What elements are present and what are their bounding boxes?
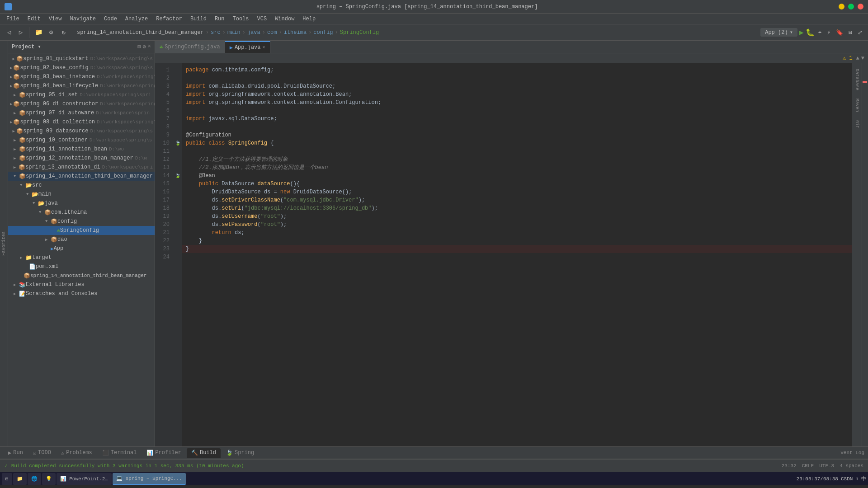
profile-button[interactable]: ⚡ [825, 28, 832, 37]
close-button[interactable] [858, 4, 863, 9]
project-panel-toggle[interactable]: 📁 [33, 27, 44, 38]
status-encoding[interactable]: UTF-3 [819, 463, 834, 469]
tree-arrow-spring14[interactable]: ▼ [14, 174, 18, 178]
sync-button[interactable]: ↻ [58, 27, 69, 38]
tree-arrow-spring13[interactable]: ▶ [14, 165, 18, 170]
taskbar-spring-active[interactable]: 💻 spring – SpringC... [113, 473, 186, 485]
bottom-tab-run[interactable]: ▶ Run [4, 448, 28, 458]
tree-arrow-src[interactable]: ▼ [20, 183, 24, 188]
tree-arrow-main[interactable]: ▼ [26, 192, 31, 197]
breadcrumb-com[interactable]: com [267, 29, 277, 36]
tree-item-spring14[interactable]: ▼ 📦 spring_14_annotation_third_bean_mana… [8, 172, 155, 181]
maven-tab[interactable]: Maven [854, 95, 860, 116]
tree-arrow-config[interactable]: ▼ [45, 219, 50, 224]
tree-item-spring11[interactable]: ▶ 📦 spring_11_annotation_bean D:\wo [8, 145, 155, 154]
tab-app[interactable]: ▶ App.java × [225, 41, 270, 53]
git-tab[interactable]: Git [854, 117, 860, 132]
gutter-icon-line10[interactable]: 🍃 [173, 139, 182, 147]
menu-navigate[interactable]: Navigate [66, 15, 99, 23]
taskbar-lang[interactable]: 中 [861, 475, 866, 482]
tree-arrow-spring07[interactable]: ▶ [14, 111, 18, 116]
tree-item-spring04[interactable]: ▶ 📦 spring_04_bean_lifecycle D:\workspac… [8, 81, 155, 90]
split-button[interactable]: ⊟ [847, 28, 854, 37]
tree-item-spring13[interactable]: ▶ 📦 spring_13_annotation_di D:\workspace… [8, 163, 155, 172]
menu-run[interactable]: Run [211, 15, 228, 23]
maximize-button[interactable] [848, 4, 854, 9]
tree-arrow-java[interactable]: ▼ [33, 201, 37, 206]
tab-springconfig[interactable]: ☘ SpringConfig.java [155, 41, 225, 53]
tree-arrow-spring08[interactable]: ▶ [10, 120, 12, 125]
tree-item-spring08[interactable]: ▶ 📦 spring_08_di_collection D:\workspace… [8, 117, 155, 127]
coverage-button[interactable]: ☂ [816, 28, 824, 37]
tree-item-spring02[interactable]: ▶ 📦 spring_02_base_config D:\workspace\s… [8, 63, 155, 72]
bottom-tab-terminal[interactable]: ⬛ Terminal [98, 448, 142, 458]
back-button[interactable]: ◁ [4, 27, 14, 38]
status-position[interactable]: 23:32 [782, 463, 797, 469]
menu-help[interactable]: Help [299, 15, 319, 23]
tree-arrow-com-itheima[interactable]: ▼ [39, 210, 43, 215]
breadcrumb-module[interactable]: spring_14_annotation_third_bean_manager [77, 29, 204, 36]
favorites-label[interactable]: Favorites [1, 231, 6, 256]
gutter-icon-line14[interactable]: 🍃 [173, 172, 182, 180]
breadcrumb-file[interactable]: SpringConfig [340, 29, 379, 36]
tree-arrow-spring01[interactable]: ▶ [12, 56, 15, 61]
tree-arrow-ext[interactable]: ▶ [14, 282, 18, 287]
alert-nav-down[interactable]: ▼ [861, 55, 864, 61]
bottom-tab-build[interactable]: 🔨 Build [187, 448, 221, 458]
settings-button[interactable]: ⚙ [46, 27, 57, 38]
database-tab[interactable]: Database [854, 65, 860, 94]
taskbar-csdn[interactable]: CSDN [841, 476, 853, 482]
code-area[interactable]: package com.itheima.config; import com.a… [182, 63, 852, 446]
tree-item-external-libraries[interactable]: ▶ 📚 External Libraries [8, 280, 155, 289]
alert-nav-up[interactable]: ▲ [856, 55, 859, 61]
tree-arrow-dao[interactable]: ▶ [45, 237, 50, 242]
close-panel-icon[interactable]: × [148, 43, 151, 50]
breadcrumb-itheima[interactable]: itheima [284, 29, 307, 36]
menu-vcs[interactable]: VCS [254, 15, 271, 23]
taskbar-browser[interactable]: 🌐 [28, 473, 41, 485]
taskbar-explorer[interactable]: 📁 [13, 473, 27, 485]
window-controls[interactable] [839, 4, 863, 9]
menu-refactor[interactable]: Refactor [152, 15, 186, 23]
forward-button[interactable]: ▷ [15, 27, 26, 38]
tree-arrow-spring06[interactable]: ▶ [10, 102, 12, 107]
tree-item-target[interactable]: ▶ 📁 target [8, 253, 155, 262]
taskbar-idea[interactable]: 💡 [42, 473, 56, 485]
bottom-tab-profiler[interactable]: 📊 Profiler [142, 448, 186, 458]
menu-build[interactable]: Build [187, 15, 210, 23]
tree-item-jar[interactable]: ▶ 📦 spring_14_annotation_third_bean_mana… [8, 271, 155, 280]
tree-arrow-spring02[interactable]: ▶ [10, 66, 12, 70]
breadcrumb-src[interactable]: src [211, 29, 221, 36]
tree-item-spring05[interactable]: ▶ 📦 spring_05_di_set D:\workspace\spring… [8, 90, 155, 99]
tree-item-spring07[interactable]: ▶ 📦 spring_07_di_autoware D:\workspace\s… [8, 108, 155, 117]
tree-arrow-spring03[interactable]: ▶ [10, 75, 12, 80]
menu-file[interactable]: File [3, 15, 23, 23]
tree-item-spring06[interactable]: ▶ 📦 spring_06_di_constructor D:\workspac… [8, 99, 155, 108]
debug-button[interactable]: 🐛 [806, 28, 815, 37]
event-log[interactable]: vent Log [840, 450, 864, 455]
breadcrumb-config[interactable]: config [313, 29, 333, 36]
menu-analyze[interactable]: Analyze [122, 15, 151, 23]
menu-edit[interactable]: Edit [24, 15, 44, 23]
bottom-tab-todo[interactable]: ☑ TODO [28, 448, 56, 458]
menu-view[interactable]: View [45, 15, 66, 23]
breadcrumb-main[interactable]: main [227, 29, 241, 36]
tree-item-springconfig[interactable]: ▶ ☘ SpringConfig [8, 226, 155, 235]
tree-arrow-spring04[interactable]: ▶ [10, 84, 12, 89]
tree-arrow-spring10[interactable]: ▶ [14, 138, 18, 143]
run-button[interactable]: ▶ [799, 28, 804, 37]
bookmark-button[interactable]: 🔖 [834, 28, 845, 37]
collapse-all-icon[interactable]: ⊟ [137, 43, 141, 50]
menu-code[interactable]: Code [100, 15, 121, 23]
taskbar-powerpoint[interactable]: 📊 PowerPoint-2… [57, 473, 112, 485]
tree-item-config[interactable]: ▼ 📦 config [8, 217, 155, 226]
run-config-dropdown[interactable]: App (2) ▾ [760, 28, 797, 37]
tree-item-java[interactable]: ▼ 📂 java [8, 199, 155, 208]
tree-arrow-target[interactable]: ▶ [20, 255, 24, 260]
tree-item-spring12[interactable]: ▶ 📦 spring_12_annotation_bean_manager D:… [8, 154, 155, 163]
tree-arrow-spring09[interactable]: ▶ [12, 129, 15, 134]
bottom-tab-spring[interactable]: 🍃 Spring [222, 448, 259, 458]
tree-item-com-itheima[interactable]: ▼ 📦 com.itheima [8, 208, 155, 217]
tree-arrow-scratches[interactable]: ▶ [14, 291, 18, 296]
menu-tools[interactable]: Tools [229, 15, 253, 23]
